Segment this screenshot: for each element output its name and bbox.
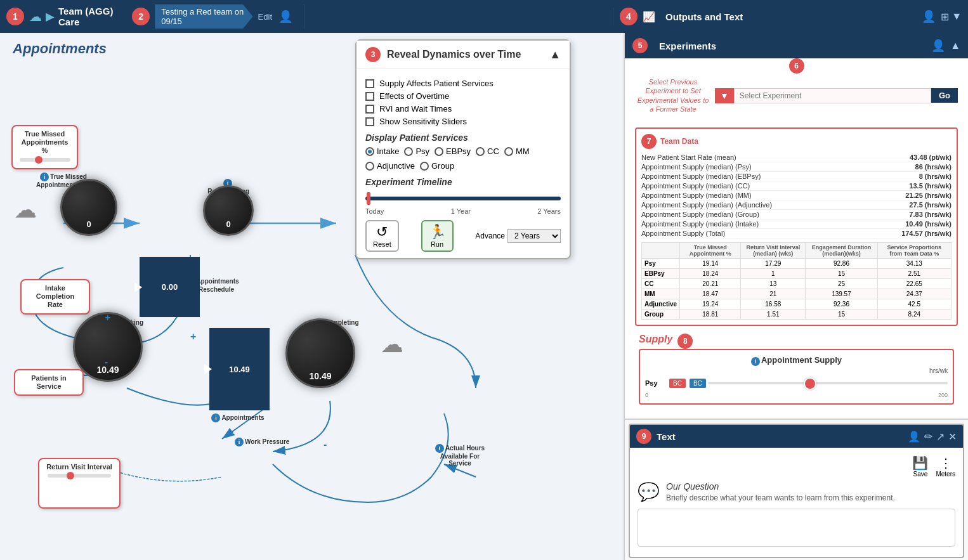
table-header-name bbox=[642, 243, 680, 259]
supply-card-header: i Appointment Supply bbox=[645, 355, 948, 367]
experiments-collapse-icon[interactable]: ▲ bbox=[950, 40, 960, 51]
edit-icon[interactable]: ✏ bbox=[924, 431, 932, 443]
badge-3: 3 bbox=[365, 47, 381, 62]
patients-service-card[interactable]: Patients in Service bbox=[14, 369, 84, 396]
advance-select[interactable]: 2 Years 1 Year 6 Months bbox=[507, 229, 561, 243]
reveal-item-4[interactable]: Show Sensitivity Sliders bbox=[365, 117, 561, 126]
save-button-group[interactable]: 💾 Save bbox=[912, 455, 928, 478]
run-icon: 🏃 bbox=[429, 224, 446, 240]
radio-group: Intake Psy EBPsy CC bbox=[365, 147, 561, 171]
user-icon-3: 👤 bbox=[908, 431, 920, 443]
select-experiment-input[interactable] bbox=[734, 88, 931, 103]
intake-completion-card[interactable]: Intake Completion Rate bbox=[20, 279, 90, 315]
team-data-row-5: Appointment Supply (median) (MM) 21.25 (… bbox=[641, 191, 952, 200]
reveal-collapse-icon[interactable]: ▲ bbox=[549, 48, 561, 62]
dropdown-button[interactable]: ▼ bbox=[715, 88, 734, 103]
export-icon[interactable]: ↗ bbox=[936, 431, 945, 443]
question-input[interactable] bbox=[638, 509, 955, 547]
team-data-row-7: Appointment Supply (median) (Group) 7.83… bbox=[641, 210, 952, 219]
intake-completion-label: Intake Completion Rate bbox=[28, 284, 82, 309]
supply-bc-blue[interactable]: BC bbox=[690, 379, 706, 388]
plus-1: + bbox=[105, 312, 110, 323]
table-header-return: Return Visit Interval (median) (wks) bbox=[741, 243, 806, 259]
advance-row: Advance 2 Years 1 Year 6 Months bbox=[475, 229, 561, 243]
radio-intake-circle[interactable] bbox=[365, 147, 374, 156]
reveal-item-2[interactable]: Effects of Overtime bbox=[365, 91, 561, 101]
team-data-row-3: Appointment Supply (median) (EBPsy) 8 (h… bbox=[641, 172, 952, 181]
radio-group-label: Group bbox=[431, 161, 454, 171]
reveal-item-3-label: RVI and Wait Times bbox=[379, 104, 452, 114]
radio-mm-circle[interactable] bbox=[504, 147, 513, 156]
timeline-controls: ↺ Reset 🏃 Run Advance 2 Years 1 Year bbox=[365, 220, 561, 252]
radio-intake[interactable]: Intake bbox=[365, 147, 399, 156]
timeline-marker[interactable] bbox=[367, 192, 370, 205]
radio-psy-circle[interactable] bbox=[404, 147, 413, 156]
edit-button[interactable]: Edit bbox=[258, 12, 272, 22]
radio-adjunctive-circle[interactable] bbox=[365, 162, 374, 171]
user-icon-2: 👤 bbox=[922, 10, 936, 23]
user-icon: 👤 bbox=[278, 10, 292, 23]
dial-4-value: 10.49 bbox=[287, 371, 353, 381]
radio-group-circle[interactable] bbox=[420, 162, 429, 171]
dial-4-container: 10.49 bbox=[285, 318, 355, 388]
info-icon-5: i bbox=[211, 413, 220, 422]
team-data-title: 7 Team Data bbox=[641, 134, 952, 149]
question-area: 💬 Our Question Briefly describe what you… bbox=[638, 481, 955, 502]
radio-mm[interactable]: MM bbox=[504, 147, 530, 156]
badge-7: 7 bbox=[641, 134, 657, 149]
question-title: Our Question bbox=[666, 481, 895, 492]
chart-icon: 📈 bbox=[643, 11, 655, 23]
radio-cc[interactable]: CC bbox=[476, 147, 499, 156]
cloud-icon: ☁ bbox=[29, 9, 42, 24]
nav-left: 1 ☁ ▶ Team (AGG) Care 2 Testing a Red te… bbox=[0, 4, 304, 29]
experiments-user-icon: 👤 bbox=[931, 39, 945, 53]
go-button[interactable]: Go bbox=[931, 88, 958, 103]
return-visit-slider[interactable] bbox=[48, 474, 111, 478]
actual-hours-label: iActual Hours Available For Service bbox=[431, 444, 488, 467]
radio-adjunctive[interactable]: Adjunctive bbox=[365, 161, 415, 171]
select-experiment-row: Select Previous Experiment to Set Experi… bbox=[635, 77, 958, 114]
radio-cc-circle[interactable] bbox=[476, 147, 485, 156]
supply-bc-red[interactable]: BC bbox=[669, 379, 686, 388]
radio-ebpsy-circle[interactable] bbox=[435, 147, 443, 156]
checkbox-2[interactable] bbox=[365, 92, 374, 101]
badge-5: 5 bbox=[632, 38, 648, 53]
work-pressure-label: iWork Pressure bbox=[235, 438, 289, 446]
rect-indicator-2: 10.49 bbox=[209, 328, 270, 410]
right-panel: 5 Experiments 👤 ▲ 6 Select Previous Expe… bbox=[625, 33, 968, 560]
triangle-marker-2 bbox=[204, 364, 212, 374]
radio-cc-label: CC bbox=[487, 147, 499, 156]
experiments-content: 6 Select Previous Experiment to Set Expe… bbox=[625, 58, 968, 420]
select-experiment-area: 6 Select Previous Experiment to Set Expe… bbox=[631, 65, 962, 124]
reveal-item-1[interactable]: Supply Affects Patient Services bbox=[365, 79, 561, 88]
true-missed-card[interactable]: True Missed Appointments % bbox=[11, 125, 78, 169]
experiments-header: 5 Experiments 👤 ▲ bbox=[625, 33, 968, 58]
true-missed-slider[interactable] bbox=[20, 158, 70, 162]
return-visit-card[interactable]: Return Visit Interval bbox=[38, 458, 121, 509]
reveal-item-3[interactable]: RVI and Wait Times bbox=[365, 104, 561, 114]
checkbox-1[interactable] bbox=[365, 79, 374, 88]
supply-slider[interactable] bbox=[708, 382, 948, 384]
checkbox-4[interactable] bbox=[365, 117, 374, 126]
table-header-service: Service Proportions from Team Data % bbox=[877, 243, 951, 259]
team-data-table: True Missed Appointment % Return Visit I… bbox=[641, 242, 952, 320]
dropdown-icon[interactable]: ▼ bbox=[952, 11, 962, 22]
reset-button[interactable]: ↺ Reset bbox=[365, 220, 399, 252]
close-icon[interactable]: ✕ bbox=[948, 431, 957, 443]
checkbox-3[interactable] bbox=[365, 105, 374, 114]
table-row-mm: MM 18.47 21 139.57 24.37 bbox=[642, 289, 952, 299]
cloud-3: ☁ bbox=[381, 331, 403, 358]
left-panel: Appointments bbox=[0, 33, 625, 560]
radio-psy[interactable]: Psy bbox=[404, 147, 429, 156]
run-button[interactable]: 🏃 Run bbox=[421, 220, 454, 252]
radio-ebpsy[interactable]: EBPsy bbox=[435, 147, 471, 156]
arrow-icon: ▶ bbox=[46, 10, 55, 23]
meters-button-group[interactable]: ⋮ Meters bbox=[936, 455, 955, 478]
radio-adjunctive-label: Adjunctive bbox=[377, 161, 415, 171]
run-label: Run bbox=[431, 240, 443, 248]
table-row-psy: Psy 19.14 17.29 92.86 34.13 bbox=[642, 259, 952, 269]
radio-group[interactable]: Group bbox=[420, 161, 454, 171]
rect-2-value: 10.49 bbox=[229, 365, 250, 374]
arrow-badge-text: Testing a Red team on 09/15 bbox=[161, 7, 244, 26]
badge-4: 4 bbox=[620, 8, 638, 25]
